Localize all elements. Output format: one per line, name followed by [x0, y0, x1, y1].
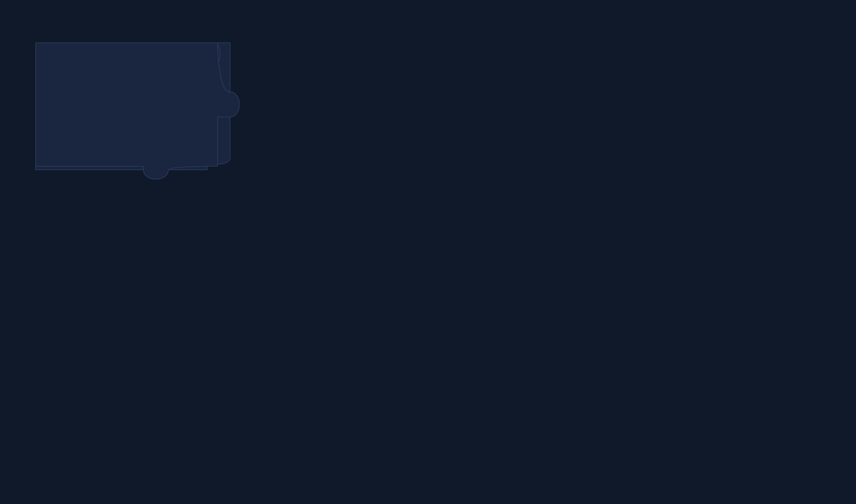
puzzle-svg: .piece-bg { fill: #1a2540; stroke: #2a3a… [32, 39, 824, 432]
puzzle-container: .piece-bg { fill: #1a2540; stroke: #2a3a… [32, 39, 824, 432]
page-title-section [0, 0, 856, 39]
piece-custom-redirects [36, 43, 239, 179]
page-wrapper: .piece-bg { fill: #1a2540; stroke: #2a3a… [0, 0, 856, 432]
